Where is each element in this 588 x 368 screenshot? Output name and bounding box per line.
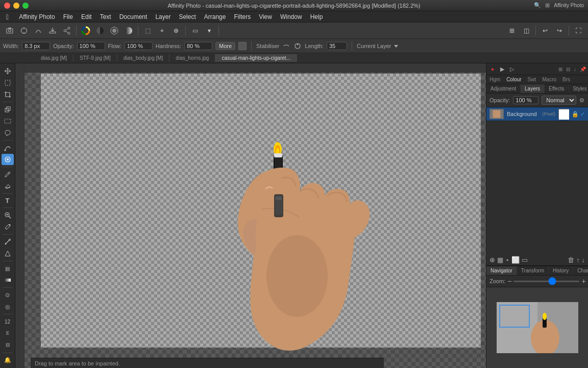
tab-macro[interactable]: Macro	[539, 75, 559, 84]
panel-icon-move-down[interactable]: ↓	[582, 256, 585, 264]
collapse-icon[interactable]: ⊟	[566, 66, 570, 72]
zoom-tool[interactable]	[2, 210, 14, 221]
selection-tool-btn[interactable]: ⬚	[141, 25, 154, 36]
gradient-tones-btn[interactable]	[122, 25, 135, 36]
layer-dropdown-icon[interactable]	[394, 44, 398, 48]
tab-navigator[interactable]: Navigator	[486, 266, 517, 275]
forward-icon[interactable]: ▷	[508, 65, 516, 73]
zoom-in-button[interactable]: +	[581, 277, 585, 285]
menu-text[interactable]: Text	[96, 12, 115, 21]
canvas-area[interactable]: Drag to mark area to be inpainted.	[15, 63, 486, 368]
menu-arrange[interactable]: Arrange	[200, 12, 230, 21]
menu-edit[interactable]: Edit	[77, 12, 96, 21]
menu-help[interactable]: Help	[306, 12, 327, 21]
hardness-input[interactable]	[184, 42, 212, 50]
red-eye-tool[interactable]: ◎	[2, 301, 14, 312]
pen-tool[interactable]	[2, 236, 14, 247]
brush-preview[interactable]	[238, 42, 247, 50]
smart-select-btn[interactable]: ⊕	[169, 25, 183, 36]
tab-dias-horns[interactable]: dias_horns.jpg	[169, 54, 215, 62]
canvas-document[interactable]	[41, 74, 481, 348]
layer-item-background[interactable]: Background (Pixel) 🔒 ✓	[486, 107, 588, 121]
move-tool[interactable]	[2, 65, 14, 77]
tab-transform[interactable]: Transform	[517, 266, 549, 275]
zoom-out-button[interactable]: −	[507, 277, 511, 285]
layer-settings-btn[interactable]: ⚙	[579, 96, 584, 105]
expand-icon[interactable]: ⊞	[558, 66, 562, 72]
tab-dias[interactable]: dias.jpg [M]	[35, 54, 74, 62]
tab-effects[interactable]: Effects	[545, 84, 569, 93]
lasso-tool[interactable]	[2, 127, 14, 139]
tones-btn[interactable]	[108, 25, 121, 36]
tab-swt[interactable]: Swt	[525, 75, 540, 84]
crop-tool[interactable]	[2, 89, 14, 100]
menu-document[interactable]: Document	[115, 12, 152, 21]
layer-visible-icon[interactable]: ✓	[580, 111, 585, 118]
menu-affinity-photo[interactable]: Affinity Photo	[15, 12, 59, 21]
fullscreen-button[interactable]	[22, 3, 29, 9]
history-tool[interactable]: ⧖	[2, 328, 14, 339]
width-input[interactable]	[22, 42, 50, 50]
panel-icon-5[interactable]: ▭	[522, 256, 528, 264]
full-screen-btn[interactable]: ⛶	[572, 25, 585, 36]
panel-icon-delete[interactable]: 🗑	[568, 256, 574, 264]
shape-more-btn[interactable]: ▾	[203, 25, 216, 36]
redo-history-btn[interactable]: ↪	[553, 25, 566, 36]
search-icon[interactable]: 🔍	[534, 2, 541, 9]
persona-photo-btn[interactable]	[3, 25, 16, 36]
opacity-input[interactable]	[77, 42, 105, 50]
share-btn[interactable]	[60, 25, 74, 36]
zoom-slider[interactable]	[513, 281, 579, 282]
undo-history-btn[interactable]: ↩	[538, 25, 552, 36]
shape-btn[interactable]: ▭	[188, 25, 202, 36]
eyedropper-tool[interactable]	[2, 221, 14, 233]
inpaint-tool[interactable]	[2, 154, 14, 165]
gradient-tool[interactable]	[2, 274, 14, 286]
play-icon[interactable]: ▶	[498, 65, 506, 73]
persona-export-btn[interactable]	[46, 25, 59, 36]
menu-file[interactable]: File	[59, 12, 77, 21]
persona-develop-btn[interactable]	[17, 25, 31, 36]
more-options-icon[interactable]: ↓	[574, 66, 576, 72]
menu-layer[interactable]: Layer	[151, 12, 175, 21]
tab-adjustment[interactable]: Adjustment	[486, 84, 521, 93]
pin-icon[interactable]: 📌	[580, 66, 586, 72]
panel-icon-3[interactable]: ⋆	[505, 256, 509, 264]
blend-mode-select[interactable]: Normal Multiply Screen Overlay	[542, 96, 576, 105]
panel-icon-4[interactable]: ⬜	[511, 256, 520, 264]
control-center-icon[interactable]: ⊞	[545, 2, 550, 9]
navigator-preview[interactable]	[486, 287, 588, 368]
panel-icon-2[interactable]: ▦	[497, 256, 503, 264]
transform-tool[interactable]	[2, 104, 14, 115]
brush-tool[interactable]	[2, 169, 14, 180]
erase-tool[interactable]	[2, 180, 14, 192]
macro-tool[interactable]: 12	[2, 316, 14, 327]
opacity-control[interactable]	[513, 96, 538, 104]
tab-casual-man[interactable]: casual-man-lights-up-cigaret...	[215, 54, 297, 62]
menu-window[interactable]: Window	[276, 12, 306, 21]
tab-stf9[interactable]: STF-9.jpg [M]	[74, 54, 117, 62]
tab-layers[interactable]: Layers	[521, 84, 545, 93]
flow-input[interactable]	[125, 42, 153, 50]
tab-history[interactable]: History	[549, 266, 573, 275]
menu-view[interactable]: View	[255, 12, 276, 21]
freehand-tool[interactable]	[2, 142, 14, 153]
tab-hgm[interactable]: Hgm	[486, 75, 503, 84]
panel-icon-move-up[interactable]: ↑	[576, 256, 580, 264]
panel-icon-1[interactable]: ⊕	[489, 256, 495, 264]
selection-rect-tool[interactable]	[2, 116, 14, 127]
tab-channels[interactable]: Channels	[573, 266, 588, 275]
notifications-btn[interactable]: 🔔	[2, 355, 14, 366]
menu-filters[interactable]: Filters	[230, 12, 255, 21]
more-button[interactable]: More	[215, 42, 235, 50]
tab-colour[interactable]: Colour	[503, 75, 524, 84]
split-btn[interactable]: ◫	[520, 25, 533, 36]
tab-styles[interactable]: Styles	[569, 84, 588, 93]
channels-tool[interactable]: ⊟	[2, 339, 14, 351]
canvas-background[interactable]	[15, 63, 486, 368]
close-button[interactable]	[4, 3, 10, 9]
menu-select[interactable]: Select	[175, 12, 200, 21]
stabiliser-refresh-icon[interactable]	[293, 42, 302, 50]
tab-dias-body[interactable]: dias_body.jpg [M]	[117, 54, 170, 62]
tab-brs[interactable]: Brs	[559, 75, 573, 84]
